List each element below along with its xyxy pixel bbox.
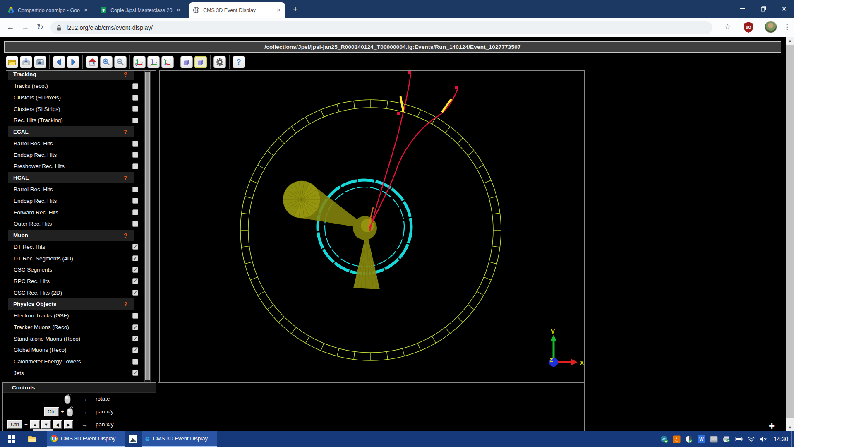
layer-checkbox[interactable]: ✓: [132, 244, 138, 250]
profile-avatar[interactable]: [765, 21, 777, 33]
url-omnibox[interactable]: i2u2.org/elab/cms/event-display/: [50, 21, 712, 34]
page-scrollbar-thumb[interactable]: [786, 45, 794, 418]
layer-checkbox[interactable]: [132, 209, 138, 215]
layer-checkbox[interactable]: [132, 359, 138, 365]
section-help-icon[interactable]: ?: [124, 128, 134, 135]
layer-checkbox[interactable]: [132, 106, 138, 112]
reload-icon[interactable]: ↻: [34, 21, 46, 34]
maps-to-arrow: →: [82, 421, 88, 428]
layer-checkbox[interactable]: ✓: [132, 278, 138, 284]
tab-close-icon[interactable]: ×: [175, 7, 182, 14]
forward-icon[interactable]: →: [19, 21, 31, 34]
sheets-icon: [100, 7, 107, 14]
show-desktop-button[interactable]: [791, 431, 794, 447]
layer-row: Stand-alone Muons (Reco)✓: [6, 333, 156, 344]
ctrl-key: Ctrl: [44, 407, 59, 416]
section-help-icon[interactable]: ?: [124, 300, 134, 308]
save-image-button[interactable]: [20, 56, 32, 68]
tab-title: Compartido conmigo - Google D: [18, 7, 80, 13]
activity-monitor-icon[interactable]: [660, 435, 668, 443]
layer-checkbox[interactable]: ✓: [132, 255, 138, 261]
restore-icon[interactable]: [753, 0, 774, 17]
desktop-screen: Compartido conmigo - Google D × Copie J/…: [0, 0, 794, 447]
snapshot-button[interactable]: [34, 56, 46, 68]
layer-checkbox[interactable]: [132, 221, 138, 227]
task-label: CMS 3D Event Display...: [153, 435, 212, 442]
layer-checkbox[interactable]: [132, 141, 138, 147]
svg-text:z: z: [135, 62, 137, 65]
layer-checkbox[interactable]: ✓: [132, 324, 138, 330]
perspective-cube-button[interactable]: [180, 56, 193, 68]
layer-checkbox[interactable]: [132, 83, 138, 89]
toolbar-separator: [82, 55, 83, 69]
detector-canvas[interactable]: y x z: [160, 71, 584, 382]
open-file-button[interactable]: [6, 56, 18, 68]
printer-check-icon[interactable]: [722, 435, 730, 443]
layer-row: Rec. Hits (Tracking): [6, 115, 156, 126]
scroll-down-icon[interactable]: ▼: [786, 424, 794, 431]
layer-row: Calorimeter Energy Towers▶: [6, 356, 156, 368]
chrome-menu-icon[interactable]: ⋮: [784, 23, 791, 31]
defender-icon[interactable]: [685, 435, 693, 443]
section-help-icon[interactable]: ?: [124, 71, 134, 78]
zoom-out-button[interactable]: [114, 56, 127, 68]
layer-checkbox[interactable]: [132, 163, 138, 169]
view-axes-xz-button[interactable]: xzy: [147, 56, 160, 68]
taskbar-clock[interactable]: 14:30: [774, 436, 788, 442]
battery-icon[interactable]: [735, 435, 743, 443]
svg-text:z: z: [156, 61, 157, 63]
taskbar-task-chrome[interactable]: CMS 3D Event Display...: [47, 431, 125, 447]
tab-close-icon[interactable]: ×: [82, 7, 89, 14]
minimize-icon[interactable]: [732, 0, 753, 17]
file-explorer-button[interactable]: [23, 431, 41, 447]
tab-sheets[interactable]: Copie J/psi Masterclass 2020 - H ×: [96, 2, 185, 18]
previous-event-button[interactable]: [53, 56, 65, 68]
tab-close-icon[interactable]: ×: [275, 7, 282, 14]
back-icon[interactable]: ←: [4, 21, 17, 34]
help-button[interactable]: ?: [233, 56, 245, 68]
java-icon[interactable]: [673, 435, 681, 443]
waves-audio-icon[interactable]: W: [698, 435, 705, 443]
control-action: pan x/y: [96, 409, 114, 415]
layer-checkbox[interactable]: [132, 152, 138, 158]
layer-checkbox[interactable]: ✓: [132, 336, 138, 341]
volume-muted-icon[interactable]: [760, 435, 767, 443]
photos-button[interactable]: [125, 431, 142, 447]
track-end-markers: [397, 71, 458, 115]
svg-text:z: z: [170, 64, 171, 67]
wifi-icon[interactable]: [747, 435, 755, 443]
section-help-icon[interactable]: ?: [124, 174, 134, 181]
layer-checkbox[interactable]: [132, 118, 138, 123]
next-event-button[interactable]: [67, 56, 79, 68]
page-scrollbar[interactable]: ▲ ▼: [786, 37, 794, 431]
layer-checkbox[interactable]: [132, 198, 138, 204]
layer-checkbox[interactable]: ✓: [132, 290, 138, 296]
layer-checkbox[interactable]: ✓: [132, 267, 138, 273]
sidebar-scrollbar[interactable]: [144, 71, 151, 382]
settings-gear-button[interactable]: [213, 56, 226, 68]
detector-3d-view[interactable]: y x z: [159, 70, 585, 382]
view-axes-yx-button[interactable]: yxz: [133, 56, 146, 68]
home-view-button[interactable]: [86, 56, 98, 68]
layer-checkbox[interactable]: [132, 95, 138, 101]
close-icon[interactable]: ×: [774, 0, 794, 17]
bookmark-star-icon[interactable]: ☆: [724, 22, 731, 31]
tab-cms-event-display[interactable]: CMS 3D Event Display ×: [189, 2, 285, 18]
layer-label: RPC Rec. Hits: [14, 278, 132, 284]
scroll-up-icon[interactable]: ▲: [786, 37, 794, 44]
layer-checkbox[interactable]: [132, 187, 138, 192]
taskbar-task-edge[interactable]: e CMS 3D Event Display...: [142, 431, 217, 447]
section-help-icon[interactable]: ?: [124, 232, 134, 239]
layer-checkbox[interactable]: ✓: [132, 370, 138, 376]
start-button[interactable]: [0, 431, 23, 447]
sidebar-scrollbar-thumb[interactable]: [145, 72, 150, 380]
layer-checkbox[interactable]: ✓: [132, 347, 138, 353]
touchpad-icon[interactable]: [710, 435, 718, 443]
zoom-in-button[interactable]: [100, 56, 113, 68]
ublock-shield-icon[interactable]: uO: [743, 22, 754, 35]
new-tab-button[interactable]: +: [290, 4, 301, 15]
layer-checkbox[interactable]: [132, 313, 138, 319]
tab-google-drive[interactable]: Compartido conmigo - Google D ×: [3, 2, 93, 18]
orthographic-cube-button[interactable]: [194, 56, 207, 68]
view-axes-zx-button[interactable]: xxz: [161, 56, 174, 68]
